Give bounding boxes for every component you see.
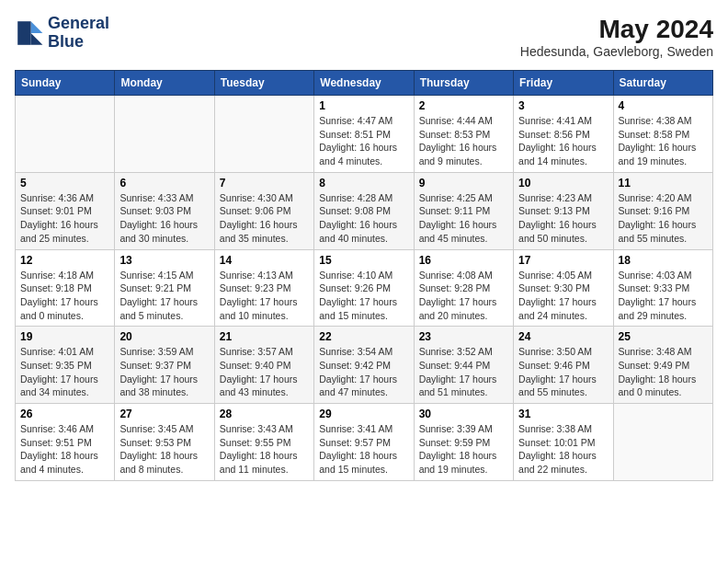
day-info: Sunrise: 4:38 AM Sunset: 8:58 PM Dayligh… <box>619 114 708 168</box>
calendar-cell: 30Sunrise: 3:39 AM Sunset: 9:59 PM Dayli… <box>414 404 513 481</box>
day-info: Sunrise: 3:39 AM Sunset: 9:59 PM Dayligh… <box>419 422 508 477</box>
day-info: Sunrise: 4:30 AM Sunset: 9:06 PM Dayligh… <box>220 191 309 246</box>
weekday-header-sunday: Sunday <box>16 71 115 96</box>
day-number: 18 <box>619 254 708 267</box>
day-number: 20 <box>119 330 209 343</box>
day-info: Sunrise: 3:57 AM Sunset: 9:40 PM Dayligh… <box>220 345 309 399</box>
day-number: 27 <box>119 408 209 420</box>
day-info: Sunrise: 4:15 AM Sunset: 9:21 PM Dayligh… <box>119 269 209 323</box>
calendar-cell: 21Sunrise: 3:57 AM Sunset: 9:40 PM Dayli… <box>214 327 313 404</box>
day-number: 11 <box>619 177 708 190</box>
calendar-cell: 16Sunrise: 4:08 AM Sunset: 9:28 PM Dayli… <box>414 249 513 327</box>
calendar-cell: 14Sunrise: 4:13 AM Sunset: 9:23 PM Dayli… <box>214 249 313 327</box>
day-info: Sunrise: 4:05 AM Sunset: 9:30 PM Dayligh… <box>518 269 608 323</box>
day-number: 30 <box>419 408 508 420</box>
subtitle: Hedesunda, Gaevleborg, Sweden <box>520 44 713 59</box>
day-info: Sunrise: 3:50 AM Sunset: 9:46 PM Dayligh… <box>518 345 608 399</box>
day-info: Sunrise: 4:13 AM Sunset: 9:23 PM Dayligh… <box>220 269 309 323</box>
day-number: 28 <box>220 408 309 420</box>
calendar-cell: 8Sunrise: 4:28 AM Sunset: 9:08 PM Daylig… <box>314 172 414 249</box>
day-info: Sunrise: 3:41 AM Sunset: 9:57 PM Dayligh… <box>319 422 408 477</box>
calendar-cell: 25Sunrise: 3:48 AM Sunset: 9:49 PM Dayli… <box>613 327 712 404</box>
calendar-cell: 28Sunrise: 3:43 AM Sunset: 9:55 PM Dayli… <box>214 404 313 481</box>
calendar-cell <box>613 404 712 481</box>
calendar-cell: 5Sunrise: 4:36 AM Sunset: 9:01 PM Daylig… <box>16 172 115 249</box>
day-number: 29 <box>319 408 408 420</box>
day-info: Sunrise: 4:20 AM Sunset: 9:16 PM Dayligh… <box>619 191 708 246</box>
day-number: 21 <box>220 330 309 343</box>
calendar-cell: 7Sunrise: 4:30 AM Sunset: 9:06 PM Daylig… <box>214 172 313 249</box>
day-number: 4 <box>619 99 708 112</box>
logo-line1: General <box>48 15 109 33</box>
day-info: Sunrise: 4:36 AM Sunset: 9:01 PM Dayligh… <box>20 191 109 246</box>
day-info: Sunrise: 4:23 AM Sunset: 9:13 PM Dayligh… <box>518 191 608 246</box>
calendar-cell: 20Sunrise: 3:59 AM Sunset: 9:37 PM Dayli… <box>115 327 214 404</box>
page-header: General Blue May 2024 Hedesunda, Gaevleb… <box>15 15 713 59</box>
day-number: 3 <box>518 99 608 112</box>
day-number: 10 <box>518 177 608 190</box>
calendar-cell: 15Sunrise: 4:10 AM Sunset: 9:26 PM Dayli… <box>314 249 414 327</box>
day-info: Sunrise: 3:45 AM Sunset: 9:53 PM Dayligh… <box>119 422 209 477</box>
day-info: Sunrise: 4:18 AM Sunset: 9:18 PM Dayligh… <box>20 269 109 323</box>
week-row-4: 19Sunrise: 4:01 AM Sunset: 9:35 PM Dayli… <box>16 327 713 404</box>
day-info: Sunrise: 4:08 AM Sunset: 9:28 PM Dayligh… <box>419 269 508 323</box>
day-number: 12 <box>20 254 109 267</box>
weekday-header-friday: Friday <box>514 71 613 96</box>
calendar-cell: 27Sunrise: 3:45 AM Sunset: 9:53 PM Dayli… <box>115 404 214 481</box>
calendar-cell: 12Sunrise: 4:18 AM Sunset: 9:18 PM Dayli… <box>16 249 115 327</box>
day-info: Sunrise: 4:10 AM Sunset: 9:26 PM Dayligh… <box>319 269 408 323</box>
day-info: Sunrise: 4:41 AM Sunset: 8:56 PM Dayligh… <box>518 114 608 168</box>
calendar-cell: 29Sunrise: 3:41 AM Sunset: 9:57 PM Dayli… <box>314 404 414 481</box>
day-number: 23 <box>419 330 508 343</box>
day-info: Sunrise: 3:46 AM Sunset: 9:51 PM Dayligh… <box>20 422 109 477</box>
calendar-cell: 2Sunrise: 4:44 AM Sunset: 8:53 PM Daylig… <box>414 96 513 173</box>
day-number: 9 <box>419 177 508 190</box>
logo: General Blue <box>15 15 109 52</box>
day-number: 13 <box>119 254 209 267</box>
weekday-header-wednesday: Wednesday <box>314 71 414 96</box>
day-info: Sunrise: 4:03 AM Sunset: 9:33 PM Dayligh… <box>619 269 708 323</box>
svg-marker-0 <box>31 21 43 33</box>
day-info: Sunrise: 3:54 AM Sunset: 9:42 PM Dayligh… <box>319 345 408 399</box>
day-info: Sunrise: 4:33 AM Sunset: 9:03 PM Dayligh… <box>119 191 209 246</box>
logo-text: General Blue <box>48 15 109 52</box>
weekday-header-saturday: Saturday <box>613 71 712 96</box>
day-number: 5 <box>20 177 109 190</box>
weekday-header-thursday: Thursday <box>414 71 513 96</box>
calendar-cell: 4Sunrise: 4:38 AM Sunset: 8:58 PM Daylig… <box>613 96 712 173</box>
day-number: 24 <box>518 330 608 343</box>
calendar-cell: 31Sunrise: 3:38 AM Sunset: 10:01 PM Dayl… <box>514 404 613 481</box>
calendar-cell <box>115 96 214 173</box>
calendar-cell: 24Sunrise: 3:50 AM Sunset: 9:46 PM Dayli… <box>514 327 613 404</box>
day-number: 15 <box>319 254 408 267</box>
day-info: Sunrise: 4:44 AM Sunset: 8:53 PM Dayligh… <box>419 114 508 168</box>
svg-rect-2 <box>17 21 30 45</box>
calendar-cell <box>214 96 313 173</box>
day-info: Sunrise: 4:01 AM Sunset: 9:35 PM Dayligh… <box>20 345 109 399</box>
day-info: Sunrise: 3:59 AM Sunset: 9:37 PM Dayligh… <box>119 345 209 399</box>
day-info: Sunrise: 4:25 AM Sunset: 9:11 PM Dayligh… <box>419 191 508 246</box>
day-number: 8 <box>319 177 408 190</box>
day-info: Sunrise: 3:38 AM Sunset: 10:01 PM Daylig… <box>518 422 608 477</box>
weekday-header-tuesday: Tuesday <box>214 71 313 96</box>
week-row-3: 12Sunrise: 4:18 AM Sunset: 9:18 PM Dayli… <box>16 249 713 327</box>
calendar-cell: 23Sunrise: 3:52 AM Sunset: 9:44 PM Dayli… <box>414 327 513 404</box>
day-number: 31 <box>518 408 608 420</box>
logo-line2: Blue <box>48 33 109 52</box>
calendar-cell: 10Sunrise: 4:23 AM Sunset: 9:13 PM Dayli… <box>514 172 613 249</box>
logo-icon <box>15 18 44 48</box>
week-row-5: 26Sunrise: 3:46 AM Sunset: 9:51 PM Dayli… <box>16 404 713 481</box>
day-info: Sunrise: 4:28 AM Sunset: 9:08 PM Dayligh… <box>319 191 408 246</box>
calendar-cell: 11Sunrise: 4:20 AM Sunset: 9:16 PM Dayli… <box>613 172 712 249</box>
day-info: Sunrise: 3:48 AM Sunset: 9:49 PM Dayligh… <box>619 345 708 399</box>
calendar-cell: 17Sunrise: 4:05 AM Sunset: 9:30 PM Dayli… <box>514 249 613 327</box>
day-number: 17 <box>518 254 608 267</box>
calendar-table: SundayMondayTuesdayWednesdayThursdayFrid… <box>15 70 713 481</box>
weekday-header-row: SundayMondayTuesdayWednesdayThursdayFrid… <box>16 71 713 96</box>
title-block: May 2024 Hedesunda, Gaevleborg, Sweden <box>520 15 713 59</box>
day-number: 14 <box>220 254 309 267</box>
day-info: Sunrise: 3:52 AM Sunset: 9:44 PM Dayligh… <box>419 345 508 399</box>
week-row-1: 1Sunrise: 4:47 AM Sunset: 8:51 PM Daylig… <box>16 96 713 173</box>
day-info: Sunrise: 4:47 AM Sunset: 8:51 PM Dayligh… <box>319 114 408 168</box>
calendar-cell: 22Sunrise: 3:54 AM Sunset: 9:42 PM Dayli… <box>314 327 414 404</box>
